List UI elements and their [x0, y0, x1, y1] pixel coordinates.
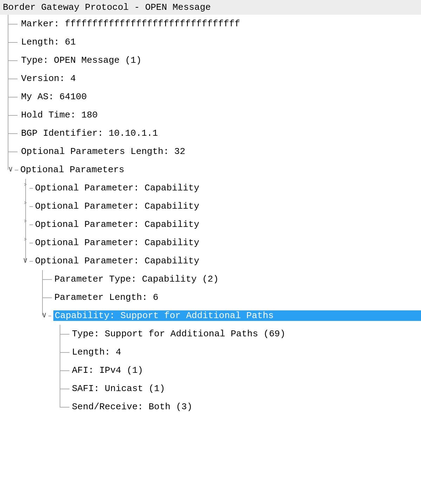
param-length-label: Parameter Length: 6 [54, 293, 158, 302]
cap-safi-label: SAFI: Unicast (1) [72, 384, 165, 393]
chevron-down-icon[interactable]: ∨ [40, 312, 48, 320]
field-type[interactable]: Type: OPEN Message (1) [0, 51, 421, 69]
optional-parameters-node[interactable]: ∨ Optional Parameters [0, 161, 421, 179]
cap-sendrecv-label: Send/Receive: Both (3) [72, 402, 192, 411]
param-length[interactable]: Parameter Length: 6 [0, 288, 421, 307]
header-label: Border Gateway Protocol - OPEN Message [3, 3, 211, 12]
field-hold-time[interactable]: Hold Time: 180 [0, 106, 421, 124]
param-type[interactable]: Parameter Type: Capability (2) [0, 270, 421, 288]
opt-param-capability-3[interactable]: ˃ Optional Parameter: Capability [0, 215, 421, 234]
cap1-label: Optional Parameter: Capability [35, 183, 199, 193]
cap-afi-label: AFI: IPv4 (1) [72, 366, 143, 375]
cap-type-label: Type: Support for Additional Paths (69) [72, 329, 286, 338]
field-bgp-identifier[interactable]: BGP Identifier: 10.10.1.1 [0, 124, 421, 142]
opt-param-capability-2[interactable]: ˃ Optional Parameter: Capability [0, 197, 421, 215]
field-version[interactable]: Version: 4 [0, 69, 421, 88]
type-label: Type: OPEN Message (1) [21, 56, 141, 65]
cap-afi[interactable]: AFI: IPv4 (1) [0, 361, 421, 379]
protocol-header[interactable]: Border Gateway Protocol - OPEN Message [0, 0, 421, 15]
opt-param-capability-1[interactable]: ˃ Optional Parameter: Capability [0, 179, 421, 197]
cap-length[interactable]: Length: 4 [0, 343, 421, 361]
field-marker[interactable]: Marker: ffffffffffffffffffffffffffffffff [0, 15, 421, 33]
length-label: Length: 61 [21, 38, 76, 47]
opt-param-len-label: Optional Parameters Length: 32 [21, 147, 185, 156]
opt-param-capability-4[interactable]: ˃ Optional Parameter: Capability [0, 234, 421, 252]
cap5-label: Optional Parameter: Capability [35, 256, 199, 266]
cap-safi[interactable]: SAFI: Unicast (1) [0, 379, 421, 398]
my-as-label: My AS: 64100 [21, 92, 87, 101]
cap-sendrecv[interactable]: Send/Receive: Both (3) [0, 398, 421, 416]
capability-node[interactable]: ∨ Capability: Support for Additional Pat… [0, 307, 421, 325]
cap3-label: Optional Parameter: Capability [35, 220, 199, 229]
version-label: Version: 4 [21, 74, 76, 83]
bgp-id-label: BGP Identifier: 10.10.1.1 [21, 129, 158, 138]
field-length[interactable]: Length: 61 [0, 33, 421, 51]
cap4-label: Optional Parameter: Capability [35, 238, 199, 247]
field-my-as[interactable]: My AS: 64100 [0, 88, 421, 106]
marker-label: Marker: ffffffffffffffffffffffffffffffff [21, 19, 240, 28]
cap-type[interactable]: Type: Support for Additional Paths (69) [0, 325, 421, 343]
cap2-label: Optional Parameter: Capability [35, 202, 199, 211]
field-opt-param-len[interactable]: Optional Parameters Length: 32 [0, 142, 421, 161]
capability-label: Capability: Support for Additional Paths [53, 310, 421, 321]
cap-length-label: Length: 4 [72, 348, 121, 357]
opt-params-label: Optional Parameters [20, 165, 124, 174]
opt-param-capability-5[interactable]: ∨ Optional Parameter: Capability [0, 252, 421, 270]
param-type-label: Parameter Type: Capability (2) [54, 275, 219, 284]
hold-time-label: Hold Time: 180 [21, 110, 98, 120]
